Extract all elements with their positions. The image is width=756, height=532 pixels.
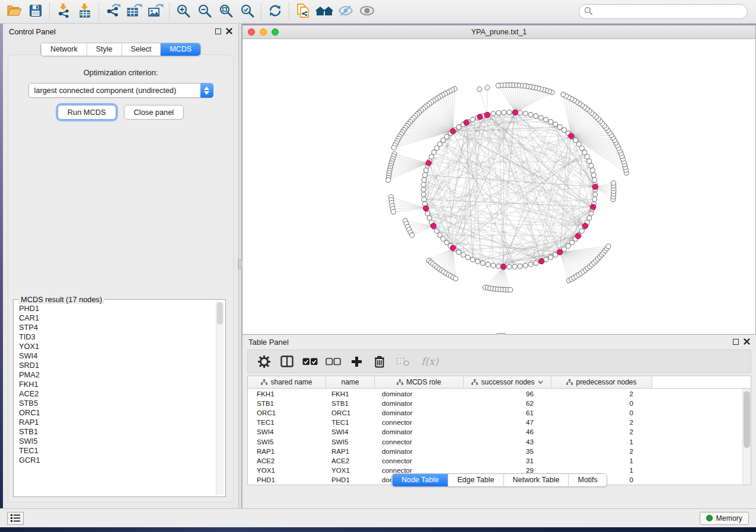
close-panel-icon[interactable]	[744, 338, 750, 347]
tree-icon	[397, 379, 403, 385]
zoom-selected-button[interactable]	[237, 2, 258, 21]
task-history-button[interactable]	[7, 512, 24, 525]
table-panel-tab[interactable]: Network Table	[503, 474, 569, 486]
delete-row-trash-icon[interactable]	[371, 352, 388, 370]
export-image-button[interactable]	[145, 2, 166, 21]
select-all-checkboxes-icon[interactable]	[301, 352, 319, 370]
mcds-result-item[interactable]: SWI4	[19, 351, 212, 361]
clear-selection-checkboxes-icon[interactable]	[324, 352, 342, 370]
save-icon	[28, 4, 43, 20]
zoom-fit-button[interactable]	[215, 2, 237, 21]
table-panel-tab[interactable]: Edge Table	[448, 474, 503, 486]
open-folder-button[interactable]	[4, 2, 25, 21]
column-header-mcds-role[interactable]: MCDS role	[375, 376, 464, 388]
cell-shared-name: RAP1	[248, 447, 326, 455]
cell-mcds-role: connector	[375, 457, 464, 464]
mcds-result-item[interactable]: TEC1	[19, 446, 212, 456]
mcds-result-item[interactable]: STB1	[19, 427, 212, 437]
run-mcds-button[interactable]: Run MCDS	[58, 105, 116, 120]
memory-status-icon	[706, 515, 713, 521]
table-row[interactable]: STB1 STB1 dominator 62 0	[248, 398, 742, 408]
zoom-in-button[interactable]	[173, 2, 194, 21]
copy-share-document-button[interactable]	[292, 2, 314, 21]
mcds-result-item[interactable]: SWI5	[19, 437, 212, 446]
list-icon	[11, 514, 20, 522]
show-all-button[interactable]	[356, 2, 378, 21]
refresh-icon	[267, 3, 283, 20]
zoom-out-button[interactable]	[194, 2, 215, 21]
mcds-result-item[interactable]: YOX1	[19, 342, 212, 351]
control-panel-tab[interactable]: Network	[41, 43, 87, 56]
table-row[interactable]: SWI4 SWI4 dominator 46 2	[248, 427, 742, 437]
mcds-result-item[interactable]: PHD1	[19, 304, 212, 313]
search-field[interactable]	[579, 4, 748, 19]
cell-shared-name: ACE2	[248, 457, 326, 464]
refresh-view-button[interactable]	[264, 2, 286, 21]
mcds-result-item[interactable]: PMA2	[19, 370, 212, 380]
table-scrollbar[interactable]	[742, 389, 751, 485]
column-label: shared name	[270, 378, 312, 386]
mcds-result-item[interactable]: ORC1	[19, 408, 212, 418]
export-network-button[interactable]	[102, 2, 123, 21]
open-folder-icon	[7, 4, 23, 20]
mcds-result-item[interactable]: SRD1	[19, 361, 212, 370]
float-panel-icon[interactable]	[215, 28, 221, 34]
table-panel-tab[interactable]: Node Table	[392, 474, 448, 486]
table-panel-tabs: Node TableEdge TableNetwork TableMotifs	[391, 473, 607, 487]
export-table-button[interactable]	[123, 2, 145, 21]
table-row[interactable]: SWI5 SWI5 connector 43 1	[248, 437, 742, 446]
search-input[interactable]	[593, 8, 742, 16]
mcds-result-item[interactable]: CAR1	[19, 313, 212, 323]
table-row[interactable]: ORC1 ORC1 dominator 61 0	[248, 408, 742, 417]
cell-shared-name: FKH1	[248, 390, 326, 398]
cell-predecessor-nodes: 2	[551, 390, 652, 398]
optimization-criterion-dropdown[interactable]: largest connected component (undirected)	[28, 83, 213, 98]
import-network-button[interactable]	[53, 2, 74, 21]
mcds-result-item[interactable]: STB5	[19, 399, 212, 408]
table-scroll-thumb[interactable]	[744, 391, 750, 448]
cell-name: RAP1	[326, 447, 375, 455]
table-settings-gear-icon[interactable]	[255, 352, 273, 370]
cell-predecessor-nodes: 1	[551, 438, 652, 446]
column-header-name[interactable]: name	[326, 376, 375, 388]
mcds-result-item[interactable]: RAP1	[19, 418, 212, 427]
table-row[interactable]: TEC1 TEC1 connector 47 2	[248, 418, 742, 427]
network-canvas[interactable]	[243, 39, 755, 334]
mcds-result-item[interactable]: TID3	[19, 332, 212, 342]
cell-predecessor-nodes: 2	[551, 447, 652, 455]
control-panel-tab[interactable]: Select	[122, 43, 161, 56]
add-row-icon[interactable]	[347, 352, 365, 370]
column-header-successor-nodes[interactable]: successor nodes	[464, 376, 551, 388]
cell-shared-name: SWI5	[248, 438, 326, 446]
column-header-shared-name[interactable]: shared name	[248, 376, 326, 388]
column-header-predecessor-nodes[interactable]: predecessor nodes	[551, 376, 652, 388]
control-panel-tab[interactable]: Style	[87, 43, 122, 56]
hide-selected-button[interactable]	[335, 2, 356, 21]
cell-mcds-role: connector	[375, 438, 464, 446]
close-panel-icon[interactable]	[226, 27, 232, 36]
mcds-result-item[interactable]: STP4	[19, 323, 212, 332]
mcds-result-item[interactable]: FKH1	[19, 380, 212, 389]
import-network-icon	[56, 3, 71, 20]
import-table-button[interactable]	[74, 2, 95, 21]
first-neighbors-button[interactable]	[314, 2, 335, 21]
mcds-result-item[interactable]: ACE2	[19, 389, 212, 399]
search-icon	[584, 7, 593, 17]
control-panel-tab[interactable]: MCDS	[160, 43, 200, 56]
mcds-list-scroll-thumb[interactable]	[217, 302, 223, 325]
close-panel-button[interactable]: Close panel	[124, 105, 184, 120]
toolbar-separator	[49, 3, 50, 21]
table-panel-tab[interactable]: Motifs	[568, 474, 606, 486]
show-columns-icon[interactable]	[278, 352, 296, 370]
save-session-button[interactable]	[25, 2, 46, 21]
mcds-result-item[interactable]: GCR1	[19, 456, 212, 465]
memory-button[interactable]: Memory	[700, 512, 749, 525]
table-row[interactable]: FKH1 FKH1 dominator 96 2	[248, 389, 742, 398]
mcds-list-scrollbar[interactable]	[216, 302, 224, 495]
float-panel-icon[interactable]	[733, 339, 739, 345]
cell-mcds-role: dominator	[375, 447, 464, 455]
table-row[interactable]: ACE2 ACE2 connector 31 1	[248, 456, 742, 465]
table-row[interactable]: RAP1 RAP1 dominator 35 2	[248, 446, 742, 456]
network-window-titlebar[interactable]: YPA_prune.txt_1	[243, 25, 755, 39]
zoom-selected-icon	[240, 4, 255, 20]
